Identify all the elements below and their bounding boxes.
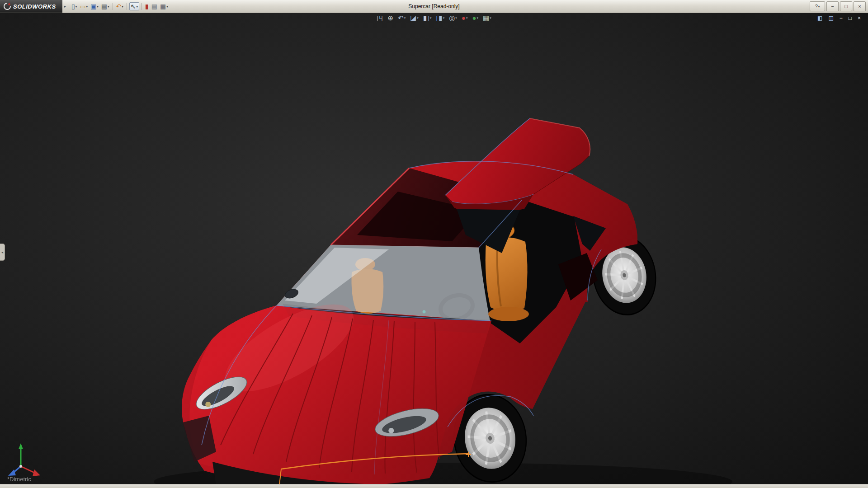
help-button[interactable]: ? ▾ — [810, 1, 825, 11]
rebuild-button[interactable]: ▮ — [144, 3, 150, 10]
rebuild-icon: ▮ — [145, 3, 149, 9]
select-icon: ↖ — [131, 3, 136, 9]
zoom-to-fit-icon: ◳ — [377, 14, 383, 21]
close-icon: × — [858, 4, 861, 9]
open-document-button[interactable]: ▭▾ — [79, 3, 89, 10]
solidworks-logo-icon — [4, 3, 11, 10]
toolbar-separator — [142, 3, 142, 10]
apply-scene-button[interactable]: ●▾ — [471, 14, 479, 22]
feature-panel-collapse-tab[interactable]: ◂ — [0, 244, 5, 261]
toolbar-separator — [113, 3, 113, 10]
display-style-button[interactable]: ◨▾ — [435, 14, 446, 22]
view-settings-dropdown[interactable]: ▾ — [490, 16, 491, 19]
select-dropdown[interactable]: ▾ — [137, 5, 138, 8]
graphics-viewport[interactable]: ◳⊕↶▾◪▾◧▾◨▾◎▾●▾●▾▦▾ ◧◫−□× ◂ *Dimetric — [0, 13, 868, 484]
print-dropdown[interactable]: ▾ — [108, 5, 109, 8]
headsup-view-toolbar: ◳⊕↶▾◪▾◧▾◨▾◎▾●▾●▾▦▾ — [376, 14, 492, 22]
window-buttons: −□× — [826, 1, 866, 11]
display-style-dropdown[interactable]: ▾ — [443, 16, 445, 19]
main-toolbar: ▯▾▭▾▣▾▤▾↶▾↖▾▮▤▦▾ — [68, 2, 169, 10]
open-document-icon: ▭ — [80, 3, 85, 9]
pane-left-icon: ◧ — [817, 15, 822, 21]
app-titlebar: SOLIDWORKS ▸ ▯▾▭▾▣▾▤▾↶▾↖▾▮▤▦▾ Supercar [… — [0, 0, 868, 13]
titlebar-controls: ? ▾ −□× — [810, 0, 866, 13]
minimize-icon: − — [831, 4, 834, 9]
restore-button[interactable]: □ — [840, 1, 852, 11]
section-view-icon: ◪ — [410, 14, 416, 21]
section-view-dropdown[interactable]: ▾ — [417, 16, 419, 19]
solidworks-logo-text: SOLIDWORKS — [13, 3, 56, 10]
document-window-controls: ◧◫−□× — [816, 15, 862, 21]
undo-button[interactable]: ↶▾ — [115, 3, 124, 10]
toolbar-expander-icon[interactable]: ▸ — [62, 4, 68, 9]
options-button[interactable]: ▦▾ — [159, 3, 169, 10]
doc-close-icon: × — [858, 15, 861, 21]
pane-left-button[interactable]: ◧ — [816, 15, 823, 21]
toolbar-separator — [127, 3, 127, 10]
new-document-icon: ▯ — [71, 3, 75, 9]
edit-appearance-icon: ● — [462, 14, 466, 21]
status-bar — [0, 484, 868, 488]
apply-scene-dropdown[interactable]: ▾ — [477, 16, 479, 19]
view-settings-icon: ▦ — [483, 14, 489, 21]
previous-view-button[interactable]: ↶▾ — [397, 14, 406, 22]
save-button[interactable]: ▣▾ — [90, 3, 99, 10]
view-settings-button[interactable]: ▦▾ — [482, 14, 492, 22]
hide-show-items-dropdown[interactable]: ▾ — [455, 16, 457, 19]
save-dropdown[interactable]: ▾ — [97, 5, 99, 8]
pane-split-button[interactable]: ◫ — [827, 15, 834, 21]
print-icon: ▤ — [101, 3, 107, 9]
edit-appearance-button[interactable]: ●▾ — [461, 14, 469, 22]
view-orientation-dropdown[interactable]: ▾ — [430, 16, 432, 19]
solidworks-logo: SOLIDWORKS — [0, 0, 62, 13]
undo-icon: ↶ — [116, 3, 122, 9]
doc-minimize-icon: − — [840, 15, 843, 21]
edit-appearance-dropdown[interactable]: ▾ — [466, 16, 468, 19]
hide-show-items-button[interactable]: ◎▾ — [448, 14, 458, 22]
zoom-to-fit-button[interactable]: ◳ — [376, 14, 384, 22]
new-document-dropdown[interactable]: ▾ — [75, 5, 77, 8]
select-button[interactable]: ↖▾ — [129, 2, 139, 10]
restore-icon: □ — [844, 4, 848, 9]
save-icon: ▣ — [90, 3, 96, 9]
options-dropdown[interactable]: ▾ — [166, 5, 168, 8]
help-dropdown[interactable]: ▾ — [818, 5, 820, 8]
section-view-button[interactable]: ◪▾ — [409, 14, 420, 22]
minimize-button[interactable]: − — [826, 1, 839, 11]
close-button[interactable]: × — [854, 1, 866, 11]
hide-show-items-icon: ◎ — [449, 14, 455, 21]
view-orientation-icon: ◧ — [423, 14, 429, 21]
display-style-icon: ◨ — [436, 14, 443, 21]
help-icon: ? — [815, 4, 818, 9]
previous-view-dropdown[interactable]: ▾ — [404, 16, 406, 19]
print-button[interactable]: ▤▾ — [100, 3, 110, 10]
undo-dropdown[interactable]: ▾ — [122, 5, 123, 8]
options-icon: ▦ — [160, 3, 166, 9]
doc-restore-icon: □ — [849, 15, 852, 21]
open-document-dropdown[interactable]: ▾ — [86, 5, 88, 8]
previous-view-icon: ↶ — [398, 14, 404, 21]
zoom-to-area-icon: ⊕ — [387, 14, 393, 21]
file-properties-icon: ▤ — [151, 3, 157, 9]
zoom-to-area-button[interactable]: ⊕ — [387, 14, 394, 22]
new-document-button[interactable]: ▯▾ — [71, 3, 78, 10]
doc-minimize-button[interactable]: − — [839, 15, 844, 21]
pane-split-icon: ◫ — [828, 15, 833, 21]
doc-close-button[interactable]: × — [857, 15, 862, 21]
doc-restore-button[interactable]: □ — [848, 15, 853, 21]
file-properties-button[interactable]: ▤ — [151, 3, 158, 10]
view-orientation-button[interactable]: ◧▾ — [422, 14, 433, 22]
model-3d-view — [0, 13, 868, 484]
view-orientation-label: *Dimetric — [7, 476, 31, 483]
apply-scene-icon: ● — [472, 14, 476, 21]
